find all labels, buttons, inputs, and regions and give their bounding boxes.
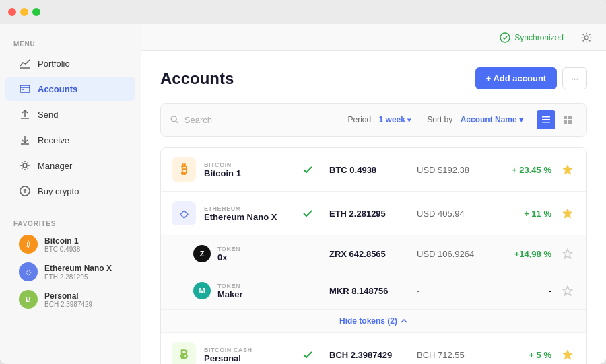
sidebar-item-buy-crypto[interactable]: Buy crypto [5, 179, 135, 203]
mkr-type: TOKEN [217, 283, 300, 289]
sidebar-item-accounts[interactable]: Accounts [5, 77, 135, 101]
zrx-name: 0x [217, 252, 300, 262]
sidebar-item-manager[interactable]: Manager [5, 153, 135, 178]
sidebar-item-manager-label: Manager [38, 161, 72, 171]
btc-fav-balance: BTC 0.4938 [44, 246, 80, 253]
svg-marker-23 [563, 209, 572, 218]
mkr-icon: M [193, 282, 211, 299]
sidebar-item-receive[interactable]: Receive [5, 128, 135, 152]
maximize-button[interactable] [32, 8, 40, 16]
sort-selector: Sort by Account Name ▾ [427, 115, 523, 124]
btc-icon: ₿ [172, 157, 196, 182]
btc-star[interactable] [560, 161, 576, 178]
titlebar [0, 0, 606, 24]
content-area: Synchronized Accounts + Add account ··· [141, 24, 606, 364]
eth-type: ETHEREUM [204, 205, 300, 212]
svg-marker-26 [563, 350, 572, 359]
favorites-item-btc[interactable]: ₿ Bitcoin 1 BTC 0.4938 [5, 231, 135, 258]
chart-icon [19, 57, 31, 69]
sort-value[interactable]: Account Name ▾ [461, 115, 523, 124]
close-button[interactable] [8, 8, 16, 16]
svg-rect-18 [564, 116, 567, 119]
bch-type: BITCOIN CASH [204, 347, 300, 353]
btc-fav-name: Bitcoin 1 [44, 236, 80, 246]
traffic-lights [8, 8, 40, 16]
svg-rect-0 [20, 85, 30, 92]
account-row-btc[interactable]: ₿ BITCOIN Bitcoin 1 BTC 0.4938 USD $ [161, 148, 586, 192]
page-title: Accounts [160, 69, 234, 88]
svg-rect-15 [542, 116, 550, 118]
eth-icon: ◇ [172, 201, 196, 225]
account-row-zrx[interactable]: Z TOKEN 0x ZRX 642.8565 USD 106.9264 +14… [161, 235, 586, 272]
account-row-eth[interactable]: ◇ ETHEREUM Ethereum Nano X ETH 2.281295 [161, 192, 586, 235]
mkr-star[interactable] [560, 283, 576, 299]
bch-change: + 5 % [498, 350, 551, 360]
zrx-star[interactable] [560, 246, 576, 262]
settings-button[interactable] [580, 32, 593, 44]
svg-point-12 [584, 36, 588, 40]
send-icon [19, 108, 31, 120]
grid-view-button[interactable] [558, 110, 577, 129]
bch-name: Personal [204, 353, 300, 363]
period-selector: Period 1 week ▾ [348, 115, 411, 124]
sidebar: MENU Portfolio A [0, 24, 141, 364]
svg-rect-19 [568, 116, 572, 119]
list-view-button[interactable] [537, 110, 556, 129]
sidebar-item-send[interactable]: Send [5, 102, 135, 126]
zrx-icon: Z [193, 245, 211, 262]
eth-star[interactable] [560, 205, 576, 221]
eth-fav-icon: ◇ [19, 262, 38, 281]
eth-name: Ethereum Nano X [204, 212, 300, 222]
add-account-button[interactable]: + Add account [475, 67, 557, 89]
bch-fav-text: Personal BCH 2.3987429 [44, 291, 92, 308]
account-row-mkr[interactable]: M TOKEN Maker MKR 8.148756 - - [161, 272, 586, 310]
btc-fav-text: Bitcoin 1 BTC 0.4938 [44, 236, 80, 253]
accounts-icon [19, 83, 31, 95]
bch-fav-name: Personal [44, 291, 92, 301]
main-layout: MENU Portfolio A [0, 24, 606, 364]
buy-icon [19, 185, 31, 197]
hide-tokens-row[interactable]: Hide tokens (2) [161, 310, 586, 333]
mkr-info: TOKEN Maker [217, 283, 300, 299]
period-value[interactable]: 1 week ▾ [379, 115, 411, 124]
svg-rect-20 [564, 120, 567, 124]
btc-balance: BTC 0.4938 [329, 165, 417, 175]
svg-line-14 [176, 121, 178, 123]
search-input[interactable] [184, 115, 340, 125]
accounts-list: ₿ BITCOIN Bitcoin 1 BTC 0.4938 USD $ [160, 147, 587, 364]
search-box [170, 115, 340, 125]
svg-rect-21 [568, 120, 572, 124]
favorites-item-bch[interactable]: Ƀ Personal BCH 2.3987429 [5, 286, 135, 313]
sort-label: Sort by [427, 115, 452, 124]
favorites-item-eth[interactable]: ◇ Ethereum Nano X ETH 2.281295 [5, 258, 135, 285]
svg-marker-24 [563, 249, 572, 258]
minimize-button[interactable] [20, 8, 28, 16]
sync-status: Synchronized [500, 32, 564, 43]
receive-icon [19, 134, 31, 146]
sidebar-item-accounts-label: Accounts [38, 84, 77, 94]
account-row-bch[interactable]: Ƀ BITCOIN CASH Personal BCH 2.3987429 [161, 333, 586, 364]
bch-star[interactable] [560, 347, 576, 363]
svg-rect-17 [542, 122, 550, 123]
topbar-divider [572, 32, 572, 44]
eth-balance: ETH 2.281295 [329, 209, 417, 219]
app-window: MENU Portfolio A [0, 0, 606, 364]
eth-usd: USD 405.94 [417, 209, 498, 219]
page-header: Accounts + Add account ··· [160, 67, 587, 89]
mkr-name: Maker [217, 289, 300, 299]
mkr-balance: MKR 8.148756 [329, 286, 417, 296]
sidebar-item-buy-label: Buy crypto [38, 186, 79, 196]
zrx-type: TOKEN [217, 246, 300, 252]
svg-point-7 [23, 163, 27, 168]
more-options-button[interactable]: ··· [562, 67, 587, 89]
sidebar-item-portfolio[interactable]: Portfolio [5, 51, 135, 75]
zrx-info: TOKEN 0x [217, 246, 300, 262]
bch-fav-icon: Ƀ [19, 290, 38, 309]
mkr-usd: - [417, 286, 498, 296]
zrx-usd: USD 106.9264 [417, 249, 498, 259]
bch-verified-icon [300, 349, 316, 360]
search-icon [170, 115, 179, 124]
mkr-change: - [498, 286, 551, 296]
view-icons [537, 110, 577, 129]
menu-section-label: MENU [0, 35, 141, 50]
